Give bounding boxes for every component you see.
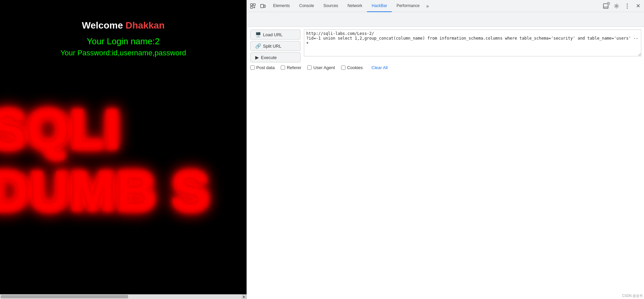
svg-point-9 bbox=[627, 7, 628, 8]
referer-checkbox[interactable] bbox=[281, 65, 285, 70]
post-data-option[interactable]: Post data bbox=[250, 65, 275, 70]
cookies-option[interactable]: Cookies bbox=[341, 65, 363, 70]
devtools-tabs: Elements Console Sources Network HackBar… bbox=[268, 0, 600, 12]
svg-rect-0 bbox=[251, 4, 253, 6]
webpage-panel: Welcome Dhakkan Your Login name:2 Your P… bbox=[0, 0, 247, 299]
execute-label: Execute bbox=[261, 55, 277, 60]
load-url-label: Load URL bbox=[263, 32, 283, 37]
inspector-icon-button[interactable] bbox=[248, 1, 258, 11]
devtools-panel: Elements Console Sources Network HackBar… bbox=[247, 0, 644, 299]
clear-all-link[interactable]: Clear All bbox=[372, 65, 388, 70]
welcome-section: Welcome Dhakkan bbox=[0, 20, 247, 31]
split-url-icon: 🔗 bbox=[255, 43, 261, 49]
csdn-watermark: CSDN @送书 bbox=[622, 294, 643, 298]
split-url-label: Split URL bbox=[263, 44, 281, 49]
svg-rect-1 bbox=[253, 4, 255, 6]
cookies-checkbox[interactable] bbox=[341, 65, 345, 70]
hackbar-url-input[interactable]: http://sqli-labs.com/Less-2/ ?id=-1 unio… bbox=[304, 30, 641, 56]
devtools-right-icons: 1 ✕ bbox=[601, 1, 643, 11]
load-url-button[interactable]: 🖥️ Load URL bbox=[250, 30, 301, 40]
referer-option[interactable]: Referer bbox=[281, 65, 301, 70]
hackbar-main: 🖥️ Load URL 🔗 Split URL ▶ Execute http:/… bbox=[247, 27, 644, 62]
hackbar-top-bar bbox=[247, 12, 644, 27]
svg-rect-4 bbox=[264, 5, 265, 7]
welcome-label: Welcome bbox=[82, 20, 123, 31]
post-data-checkbox[interactable] bbox=[250, 65, 255, 70]
execute-icon: ▶ bbox=[255, 55, 259, 60]
sqli-dumb-heading: SQLI DUMB S bbox=[0, 98, 247, 222]
more-tabs-button[interactable]: » bbox=[424, 3, 431, 9]
scroll-right-arrow[interactable]: ▶ bbox=[242, 294, 247, 299]
svg-rect-2 bbox=[251, 6, 253, 8]
svg-point-6 bbox=[616, 5, 618, 7]
dock-badge: 1 bbox=[607, 2, 610, 5]
referer-label: Referer bbox=[287, 65, 301, 70]
user-agent-option[interactable]: User Agent bbox=[307, 65, 335, 70]
tab-console[interactable]: Console bbox=[294, 0, 319, 12]
tab-elements[interactable]: Elements bbox=[268, 0, 294, 12]
scrollbar-thumb[interactable] bbox=[1, 295, 128, 298]
more-options-button[interactable] bbox=[623, 1, 632, 11]
tab-performance[interactable]: Performance bbox=[392, 0, 424, 12]
load-url-icon: 🖥️ bbox=[255, 32, 261, 37]
hackbar-textarea-area: http://sqli-labs.com/Less-2/ ?id=-1 unio… bbox=[304, 30, 644, 62]
settings-button[interactable] bbox=[612, 1, 621, 11]
password-label: Your Password:id,username,password bbox=[0, 49, 247, 57]
svg-point-8 bbox=[627, 5, 628, 6]
horizontal-scrollbar[interactable]: ▶ bbox=[0, 294, 247, 299]
user-agent-label: User Agent bbox=[313, 65, 335, 70]
cookies-label: Cookies bbox=[347, 65, 363, 70]
login-name-label: Your Login name:2 bbox=[0, 36, 247, 47]
svg-point-7 bbox=[627, 3, 628, 4]
device-toggle-button[interactable] bbox=[258, 1, 268, 11]
svg-rect-3 bbox=[261, 4, 264, 8]
split-url-button[interactable]: 🔗 Split URL bbox=[250, 41, 301, 51]
tab-hackbar[interactable]: HackBar bbox=[367, 0, 392, 12]
hackbar-buttons-column: 🖥️ Load URL 🔗 Split URL ▶ Execute bbox=[247, 30, 304, 62]
dhakkan-label: Dhakkan bbox=[125, 20, 165, 31]
dock-button[interactable]: 1 bbox=[601, 1, 610, 11]
devtools-toolbar: Elements Console Sources Network HackBar… bbox=[247, 0, 644, 12]
hackbar-options-row: Post data Referer User Agent Cookies Cle… bbox=[247, 62, 644, 70]
user-agent-checkbox[interactable] bbox=[307, 65, 312, 70]
tab-sources[interactable]: Sources bbox=[319, 0, 343, 12]
execute-button[interactable]: ▶ Execute bbox=[250, 52, 301, 62]
post-data-label: Post data bbox=[256, 65, 275, 70]
close-button[interactable]: ✕ bbox=[633, 1, 643, 11]
tab-network[interactable]: Network bbox=[343, 0, 367, 12]
